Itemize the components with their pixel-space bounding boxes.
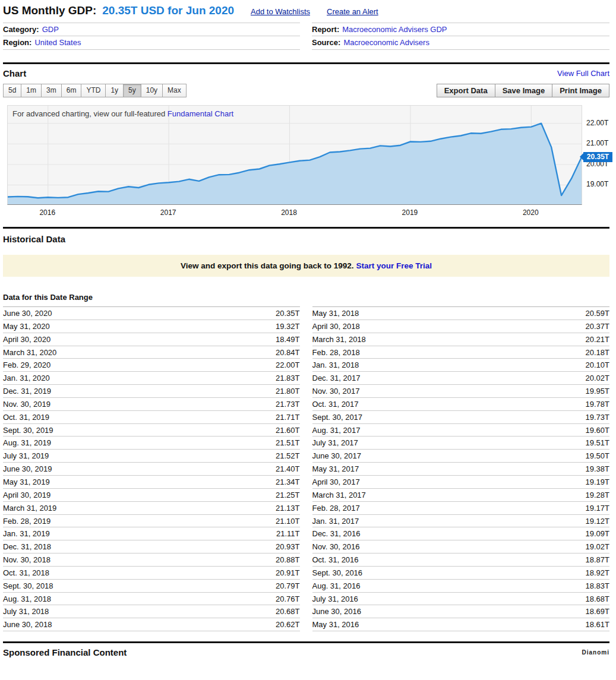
value-cell: 20.76T — [276, 593, 299, 605]
gdp-chart: For advanced charting, view our full-fea… — [3, 105, 609, 219]
date-cell: March 31, 2018 — [312, 333, 366, 346]
date-range-caption: Data for this Date Range — [3, 293, 609, 302]
create-an-alert-link[interactable]: Create an Alert — [327, 7, 378, 16]
range-button-6m[interactable]: 6m — [61, 84, 82, 97]
table-row: June 30, 202020.35T — [3, 307, 300, 320]
table-row: Aug. 31, 201820.76T — [3, 593, 300, 606]
date-cell: June 30, 2019 — [3, 463, 52, 475]
print-image-button[interactable]: Print Image — [552, 84, 609, 97]
range-button-ytd[interactable]: YTD — [81, 84, 106, 97]
historical-data-heading: Historical Data — [3, 234, 609, 244]
region-link[interactable]: United States — [34, 38, 81, 47]
range-button-5d[interactable]: 5d — [3, 84, 21, 97]
date-cell: Oct. 31, 2017 — [312, 398, 359, 410]
info-left-column: Category:GDP Region:United States — [3, 23, 300, 50]
table-row: Nov. 30, 201921.73T — [3, 398, 300, 411]
value-cell: 19.38T — [586, 463, 609, 475]
source-link[interactable]: Macroeconomic Advisers — [343, 38, 429, 47]
date-cell: Sept. 30, 2017 — [312, 411, 363, 423]
table-row: Feb. 29, 202022.00T — [3, 359, 300, 372]
data-table-right-column: May 31, 201820.59TApril 30, 201820.37TMa… — [312, 306, 610, 631]
table-row: Oct. 31, 201719.78T — [312, 398, 610, 411]
value-cell: 18.68T — [586, 593, 609, 605]
sponsored-content-heading: Sponsored Financial Content — [3, 647, 127, 657]
fundamental-chart-link[interactable]: Fundamental Chart — [168, 109, 233, 118]
chart-plot-area[interactable]: For advanced charting, view our full-fea… — [7, 105, 582, 205]
range-button-3m[interactable]: 3m — [41, 84, 62, 97]
info-grid: Category:GDP Region:United States Report… — [3, 23, 609, 50]
value-cell: 19.95T — [586, 385, 609, 397]
date-cell: Dec. 31, 2018 — [3, 540, 51, 553]
x-axis-label: 2016 — [36, 208, 59, 217]
date-cell: June 30, 2020 — [3, 307, 52, 320]
table-row: Sept. 30, 201921.60T — [3, 424, 300, 437]
table-row: May 31, 201618.61T — [312, 618, 610, 631]
table-row: Oct. 31, 201820.91T — [3, 567, 300, 580]
date-cell: Aug. 31, 2018 — [3, 593, 51, 605]
date-cell: Aug. 31, 2016 — [312, 580, 361, 592]
range-button-1m[interactable]: 1m — [21, 84, 42, 97]
range-button-5y[interactable]: 5y — [123, 84, 141, 97]
table-row: Nov. 30, 201619.02T — [312, 540, 610, 554]
range-button-10y[interactable]: 10y — [141, 84, 163, 97]
view-full-chart-link[interactable]: View Full Chart — [557, 69, 609, 78]
date-cell: July 31, 2017 — [312, 437, 358, 449]
table-row: June 30, 201719.50T — [312, 450, 610, 463]
report-link[interactable]: Macroeconomic Advisers GDP — [342, 25, 447, 34]
value-cell: 20.79T — [276, 580, 299, 592]
export-data-button[interactable]: Export Data — [437, 84, 495, 97]
date-cell: Nov. 30, 2018 — [3, 554, 50, 566]
current-value-title: 20.35T USD for Jun 2020 — [102, 4, 234, 17]
date-cell: May 31, 2016 — [312, 618, 359, 631]
date-cell: Oct. 31, 2019 — [3, 411, 49, 423]
save-image-button[interactable]: Save Image — [495, 84, 553, 97]
table-row: Dec. 31, 201720.02T — [312, 372, 610, 385]
table-row: May 31, 202019.32T — [3, 320, 300, 333]
date-cell: June 30, 2018 — [3, 618, 52, 631]
value-cell: 21.73T — [276, 398, 299, 410]
x-axis-label: 2020 — [519, 208, 542, 217]
date-cell: May 31, 2018 — [312, 307, 359, 320]
table-row: Nov. 30, 201820.88T — [3, 554, 300, 567]
table-row: March 31, 201719.28T — [312, 489, 610, 502]
value-cell: 21.51T — [276, 437, 299, 449]
value-cell: 18.49T — [276, 333, 299, 346]
table-row: Dec. 31, 201921.80T — [3, 385, 300, 398]
value-cell: 19.60T — [586, 424, 609, 437]
table-row: Oct. 31, 201921.71T — [3, 411, 300, 424]
date-cell: March 31, 2017 — [312, 489, 366, 501]
category-link[interactable]: GDP — [42, 25, 59, 34]
value-cell: 19.09T — [586, 527, 609, 540]
value-cell: 21.34T — [276, 476, 299, 488]
date-cell: March 31, 2020 — [3, 346, 56, 359]
x-axis-label: 2018 — [277, 208, 301, 217]
date-cell: March 31, 2019 — [3, 502, 56, 514]
table-row: July 31, 201820.68T — [3, 605, 300, 618]
table-row: Sept. 30, 201820.79T — [3, 580, 300, 593]
table-row: Dec. 31, 201820.93T — [3, 540, 300, 554]
value-cell: 19.50T — [586, 450, 609, 462]
date-cell: Jan. 31, 2019 — [3, 527, 50, 540]
table-row: Dec. 31, 201619.09T — [312, 527, 610, 540]
range-button-1y[interactable]: 1y — [105, 84, 124, 97]
table-row: Aug. 31, 201618.83T — [312, 580, 610, 593]
value-cell: 19.02T — [586, 540, 609, 553]
chart-section-heading: Chart — [3, 68, 26, 78]
date-cell: June 30, 2017 — [312, 450, 361, 462]
add-to-watchlists-link[interactable]: Add to Watchlists — [251, 7, 310, 16]
value-cell: 20.37T — [586, 320, 609, 333]
table-row: Sept. 30, 201719.73T — [312, 411, 610, 424]
table-row: June 30, 201618.69T — [312, 605, 610, 618]
chart-action-buttons: Export DataSave ImagePrint Image — [437, 84, 609, 97]
table-row: Aug. 31, 201921.51T — [3, 437, 300, 450]
table-row: April 30, 201719.19T — [312, 476, 610, 489]
value-cell: 18.92T — [586, 567, 609, 579]
banner-text: View and export this data going back to … — [181, 261, 354, 270]
date-cell: Aug. 31, 2017 — [312, 424, 361, 437]
range-button-max[interactable]: Max — [162, 84, 187, 97]
value-cell: 22.00T — [276, 359, 299, 371]
date-cell: April 30, 2018 — [312, 320, 360, 333]
date-cell: Dec. 31, 2017 — [312, 372, 361, 384]
time-range-buttons: 5d1m3m6mYTD1y5y10yMax — [3, 84, 187, 97]
free-trial-link[interactable]: Start your Free Trial — [356, 261, 432, 270]
